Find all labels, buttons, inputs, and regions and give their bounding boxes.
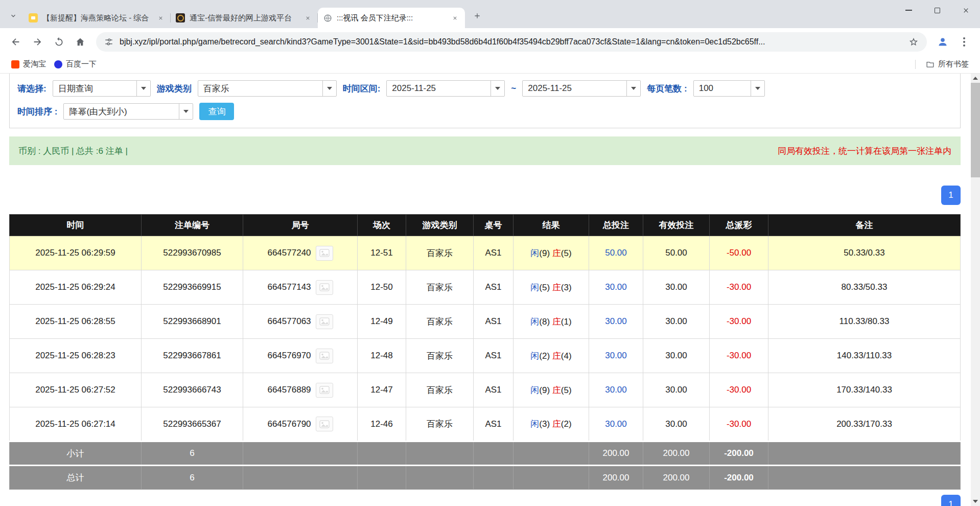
total-bet-link[interactable]: 30.00	[605, 351, 627, 360]
cell-round: 664576970	[243, 339, 358, 373]
col-time: 时间	[10, 215, 142, 236]
back-button[interactable]	[6, 32, 26, 52]
bookmark-baidu[interactable]: 百度一下	[50, 57, 101, 71]
dropdown-arrow-icon[interactable]	[179, 104, 193, 119]
browser-tab-bet-record[interactable]: :::视讯 会员下注纪录:::	[318, 8, 465, 28]
tongbao-favicon-icon	[176, 13, 185, 22]
bet-record-table: 时间 注单编号 局号 场次 游戏类别 桌号 结果 总投注 有效投注 总派彩 备注…	[9, 214, 961, 490]
site-settings-tune-icon	[104, 37, 113, 47]
dropdown-arrow-icon[interactable]	[322, 81, 336, 96]
total-bet-link[interactable]: 30.00	[605, 316, 627, 326]
all-bookmarks-label: 所有书签	[938, 59, 969, 69]
round-replay-icon[interactable]	[316, 383, 333, 398]
cell-result: 闲(9) 庄(5)	[514, 373, 589, 407]
forward-arrow-icon	[32, 36, 43, 48]
total-total-bet: 200.00	[589, 466, 643, 490]
cell-session: 12-49	[358, 305, 406, 339]
page-1-button[interactable]: 1	[941, 495, 961, 506]
page-1-button[interactable]: 1	[941, 186, 961, 205]
tab-close-icon[interactable]	[450, 13, 460, 23]
table-row: 2025-11-25 06:27:52 522993666743 6645768…	[10, 373, 961, 407]
cell-valid-bet: 30.00	[643, 270, 710, 305]
bookmark-star-button[interactable]	[908, 37, 919, 47]
tab-title: :::视讯 会员下注纪录:::	[337, 13, 445, 23]
cell-payout: -30.00	[710, 339, 768, 373]
result-banker-score: (4)	[561, 351, 572, 361]
taobao-icon	[11, 60, 19, 68]
result-banker: 庄	[552, 385, 561, 395]
sort-order-select[interactable]: 降幂(由大到小)	[63, 103, 193, 120]
total-bet-link[interactable]: 30.00	[605, 282, 627, 292]
scroll-up-button[interactable]	[971, 74, 980, 83]
maximize-button[interactable]	[923, 0, 951, 20]
round-replay-icon[interactable]	[316, 280, 333, 295]
cell-bet-id: 522993669915	[142, 270, 243, 305]
round-number: 664577063	[267, 316, 311, 327]
cell-valid-bet: 30.00	[643, 339, 710, 373]
cell-remark: 50.33/0.33	[768, 236, 961, 270]
total-bet-link[interactable]: 30.00	[605, 385, 627, 395]
tab-search-button[interactable]	[5, 8, 21, 24]
cell-result: 闲(2) 庄(4)	[514, 339, 589, 373]
result-player-score: (8)	[539, 317, 550, 327]
profile-button[interactable]	[933, 32, 952, 52]
result-banker-score: (1)	[561, 317, 572, 327]
table-row: 2025-11-25 06:28:23 522993667861 6645769…	[10, 339, 961, 373]
per-page-select[interactable]: 100	[693, 80, 765, 97]
col-table-no: 桌号	[474, 215, 514, 236]
browser-tab-forum[interactable]: 【新提醒】海燕策略论坛 - 综合	[24, 8, 171, 28]
cell-valid-bet: 30.00	[643, 407, 710, 442]
total-bet-link[interactable]: 50.00	[605, 248, 627, 258]
baidu-icon	[54, 60, 62, 68]
table-row: 2025-11-25 06:29:24 522993669915 6645771…	[10, 270, 961, 305]
cell-empty	[243, 442, 358, 466]
subtotal-total-bet: 200.00	[589, 442, 643, 466]
tab-close-icon[interactable]	[302, 13, 313, 23]
cell-result: 闲(9) 庄(5)	[514, 236, 589, 270]
scrollbar-thumb[interactable]	[971, 83, 980, 177]
forum-favicon-icon	[29, 13, 38, 22]
all-bookmarks-button[interactable]: 所有书签	[922, 57, 973, 71]
page-scrollbar[interactable]	[971, 74, 980, 506]
minimize-button[interactable]	[894, 0, 923, 20]
home-button[interactable]	[71, 32, 90, 52]
bookmark-taobao[interactable]: 爱淘宝	[7, 57, 50, 71]
total-bet-link[interactable]: 30.00	[605, 419, 627, 429]
dropdown-arrow-icon[interactable]	[491, 81, 504, 96]
browser-menu-button[interactable]	[954, 32, 974, 52]
round-replay-icon[interactable]	[316, 349, 333, 363]
query-type-select[interactable]: 日期查询	[53, 80, 151, 97]
cell-remark: 170.33/140.33	[768, 373, 961, 407]
dropdown-arrow-icon[interactable]	[751, 81, 764, 96]
new-tab-button[interactable]	[469, 8, 485, 24]
round-replay-icon[interactable]	[316, 417, 333, 431]
date-from-select[interactable]: 2025-11-25	[386, 80, 505, 97]
game-type-select[interactable]: 百家乐	[198, 80, 337, 97]
subtotal-payout: -200.00	[710, 442, 768, 466]
cell-bet-id: 522993666743	[142, 373, 243, 407]
scroll-down-arrow-icon	[973, 500, 978, 503]
reload-button[interactable]	[49, 32, 68, 52]
dropdown-arrow-icon[interactable]	[626, 81, 640, 96]
col-game-type: 游戏类别	[406, 215, 474, 236]
dropdown-arrow-icon[interactable]	[136, 81, 150, 96]
tab-close-icon[interactable]	[155, 13, 166, 23]
close-button[interactable]	[951, 0, 980, 20]
cell-table-no: AS1	[474, 236, 514, 270]
result-player-score: (5)	[539, 283, 550, 292]
cell-empty	[768, 466, 961, 490]
round-replay-icon[interactable]	[316, 246, 333, 261]
date-to-select[interactable]: 2025-11-25	[522, 80, 641, 97]
cell-game-type: 百家乐	[406, 305, 474, 339]
scroll-down-button[interactable]	[971, 497, 980, 506]
browser-tab-tongbao[interactable]: 通宝-信誉最好的网上游戏平台	[171, 8, 318, 28]
settlement-note: 同局有效投注，统一计算在该局第一张注单内	[778, 145, 951, 157]
search-button[interactable]: 查询	[199, 103, 234, 120]
subtotal-label: 小计	[10, 442, 142, 466]
cell-valid-bet: 30.00	[643, 305, 710, 339]
tab-title: 通宝-信誉最好的网上游戏平台	[190, 13, 298, 23]
address-bar[interactable]: bjbj.xyz/ipl/portal.php/game/betrecord_s…	[96, 32, 927, 52]
forward-button[interactable]	[28, 32, 47, 52]
round-replay-icon[interactable]	[316, 314, 333, 329]
folder-icon	[926, 60, 935, 68]
